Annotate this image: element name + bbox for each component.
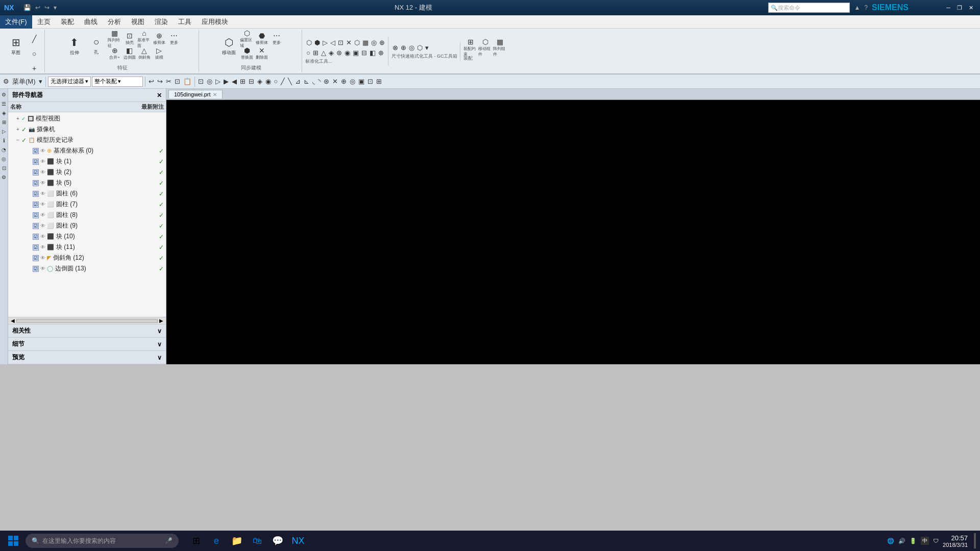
tb-icon-10[interactable]: ⊕ [378, 38, 386, 47]
tb-icon-3[interactable]: ▷ [322, 38, 329, 47]
task-wechat-button[interactable]: 💬 [268, 532, 287, 550]
more-icon[interactable]: ▾ [52, 3, 58, 12]
menu-icon[interactable]: 菜单(M) [11, 76, 37, 87]
detail-collapse-icon[interactable]: ∨ [157, 341, 162, 348]
detail-header[interactable]: 细节 ∨ [8, 338, 166, 350]
menu-analysis[interactable]: 分析 [103, 15, 126, 29]
trim-face-button[interactable]: ⬣修剪体 [255, 32, 269, 46]
spring-icon[interactable]: ⊗ [391, 43, 399, 53]
menu-view[interactable]: 视图 [126, 15, 150, 29]
tb-icon-9[interactable]: ◎ [370, 38, 378, 47]
viewport[interactable]: 105dingwei.prt ✕ [166, 89, 980, 364]
t2-obj6[interactable]: ◉ [264, 77, 272, 86]
shell-button[interactable]: ⊡抽壳 [122, 32, 137, 46]
check-box-block1[interactable]: ☑ [33, 159, 39, 165]
menu-file[interactable]: 文件(F) [0, 15, 32, 29]
selection-filter-dropdown[interactable]: 无选择过滤器 ▾ [48, 77, 91, 87]
menu-assemble[interactable]: 装配 [56, 15, 79, 29]
tb-icon-7[interactable]: ⬡ [353, 38, 361, 47]
arrow-icon[interactable]: ▾ [424, 43, 430, 53]
save-icon[interactable]: 💾 [22, 3, 33, 12]
scope-dropdown[interactable]: 整个装配 ▾ [92, 77, 143, 87]
restore-button[interactable]: ❐ [954, 3, 965, 13]
task-store-button[interactable]: 🛍 [248, 532, 266, 550]
tb-icon-13[interactable]: △ [320, 48, 327, 58]
pattern-component-button[interactable]: ▦阵列组件 [493, 40, 507, 55]
tb-icon-17[interactable]: ▣ [352, 48, 360, 58]
taskbar-search[interactable]: 🔍 在这里输入你要搜索的内容 🎤 [26, 534, 179, 548]
tree-item-cyl8[interactable]: ☑ 👁 ⬜ 圆柱 (8) ✓ [8, 210, 166, 220]
preview-collapse-icon[interactable]: ∨ [157, 354, 162, 361]
sidebar-assemble-icon[interactable]: ⊞ [1, 118, 8, 126]
tb-icon-8[interactable]: ▦ [361, 38, 370, 47]
check-box-cyl8[interactable]: ☑ [33, 212, 39, 218]
t2-obj20[interactable]: ⊞ [375, 77, 383, 86]
tree-item-model-history[interactable]: − ✓ 📋 模型历史记录 [8, 135, 166, 145]
scroll-track[interactable] [16, 319, 158, 323]
tree-item-chamfer12[interactable]: ☑ 👁 ◤ 倒斜角 (12) ✓ [8, 253, 166, 263]
t2-obj5[interactable]: ◈ [256, 77, 263, 86]
t2-obj15[interactable]: ✕ [331, 77, 339, 86]
move-component-button[interactable]: ⬡移动组件 [478, 40, 493, 55]
t2-snap[interactable]: ◎ [206, 77, 213, 86]
datum-plane-button[interactable]: ⌂基准平面 [137, 32, 152, 46]
check-box-cyl6[interactable]: ☑ [33, 191, 39, 197]
tb-icon-16[interactable]: ◉ [344, 48, 351, 58]
file-tab-close[interactable]: ✕ [213, 92, 217, 97]
offset-region-button[interactable]: ⬡偏置区域 [240, 32, 254, 46]
sketch-button[interactable]: ⊞ 草图 [5, 32, 27, 60]
tb-icon-4[interactable]: ◁ [329, 38, 336, 47]
tree-item-cyl6[interactable]: ☑ 👁 ⬜ 圆柱 (6) ✓ [8, 188, 166, 199]
tree-item-camera[interactable]: + ✓ 📷 摄像机 [8, 124, 166, 135]
t2-obj3[interactable]: ⊞ [239, 77, 247, 86]
preview-header[interactable]: 预览 ∨ [8, 351, 166, 364]
extrude-button[interactable]: ⬆ 拉伸 [64, 32, 85, 60]
dim-icon[interactable]: ◎ [408, 43, 415, 53]
t2-select[interactable]: ⊡ [197, 77, 205, 86]
t2-measure[interactable]: ▷ [214, 77, 222, 86]
show-desktop-icon[interactable] [974, 533, 976, 548]
navigator-close-icon[interactable]: ✕ [157, 92, 162, 99]
more-feature-button[interactable]: ⋯更多 [167, 32, 181, 46]
sidebar-motion-icon[interactable]: ▷ [1, 128, 8, 135]
check-box-chamfer12[interactable]: ☑ [33, 255, 39, 261]
tb-icon-2[interactable]: ⬢ [313, 38, 321, 47]
t2-obj9[interactable]: ╲ [287, 77, 293, 86]
tb-icon-6[interactable]: ✕ [345, 38, 353, 47]
tree-item-block1[interactable]: ☑ 👁 ⬛ 块 (1) ✓ [8, 156, 166, 167]
delete-face-button[interactable]: ✕删除面 [255, 46, 269, 61]
command-search[interactable]: 🔍 搜索命令 [768, 3, 850, 13]
task-edge-button[interactable]: e [207, 532, 226, 550]
trim-button[interactable]: ⊕修剪体 [152, 32, 166, 46]
sidebar-nav-icon[interactable]: ☰ [1, 100, 8, 107]
expand-model-history[interactable]: − [16, 137, 19, 143]
edge-round-button[interactable]: ◧边倒圆 [122, 46, 137, 61]
task-explorer-button[interactable]: 📁 [228, 532, 246, 550]
circle-button[interactable]: ○ [27, 46, 41, 61]
viewport-canvas[interactable] [166, 100, 980, 364]
expand-camera[interactable]: + [16, 127, 19, 132]
tb-icon-19[interactable]: ◧ [369, 48, 377, 58]
menu-apps[interactable]: 应用模块 [197, 15, 233, 29]
t2-obj10[interactable]: ⊿ [294, 77, 302, 86]
t2-paste[interactable]: 📋 [182, 77, 192, 86]
help-icon[interactable]: ? [864, 4, 868, 11]
tb-icon-12[interactable]: ⊞ [312, 48, 320, 58]
undo-icon[interactable]: ↩ [34, 3, 42, 12]
tb-icon-14[interactable]: ◈ [328, 48, 335, 58]
relevance-collapse-icon[interactable]: ∨ [157, 328, 162, 335]
pattern-button[interactable]: ▦阵列特征 [108, 32, 122, 46]
tree-item-block2[interactable]: ☑ 👁 ⬛ 块 (2) ✓ [8, 167, 166, 178]
draft-button[interactable]: ▷拔模 [152, 46, 166, 61]
viewport-tab-file[interactable]: 105dingwei.prt ✕ [168, 90, 223, 98]
line-button[interactable]: ╱ [27, 32, 41, 46]
t2-obj4[interactable]: ⊟ [248, 77, 255, 86]
check-box-edge13[interactable]: ☑ [33, 266, 39, 272]
start-button[interactable] [4, 532, 22, 550]
t2-obj14[interactable]: ⊛ [323, 77, 330, 86]
t2-obj7[interactable]: ○ [273, 77, 279, 86]
t2-obj2[interactable]: ◀ [231, 77, 238, 86]
check-box-block11[interactable]: ☑ [33, 244, 39, 251]
minimize-button[interactable]: ─ [943, 3, 953, 13]
sidebar-settings-icon[interactable]: ⚙ [1, 91, 8, 98]
